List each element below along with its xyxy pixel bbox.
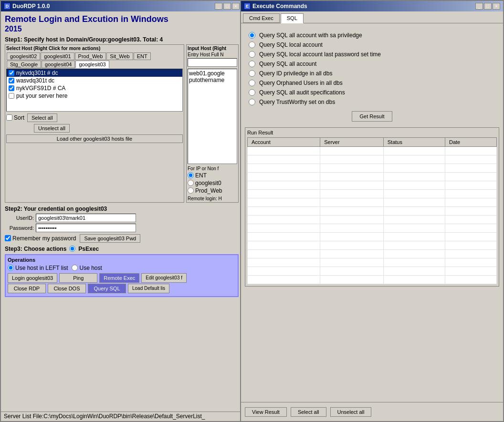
entry-host-input[interactable] xyxy=(188,58,237,67)
sort-checkbox-label[interactable]: Sort xyxy=(6,114,24,121)
radio-googlesit[interactable] xyxy=(188,180,194,186)
exec-unselect-all-button[interactable]: Unselect all xyxy=(330,407,372,417)
host-list[interactable]: nykvdq301t # dc wasvdq301t dc nykVGFS91D… xyxy=(6,69,183,112)
table-row xyxy=(248,198,497,207)
table-row xyxy=(248,267,497,276)
tab-sit-web[interactable]: Sit_Web xyxy=(106,52,133,60)
close-button[interactable]: × xyxy=(232,3,240,10)
entry-display: web01.google putothername xyxy=(188,69,237,164)
use-host-left-label[interactable]: Use host in LEFT list xyxy=(8,265,68,271)
sql-radio-1[interactable] xyxy=(249,32,255,39)
host-checkbox-3[interactable] xyxy=(9,85,14,91)
unselect-all-button[interactable]: Unselect all xyxy=(34,124,70,133)
host-checkbox-1[interactable] xyxy=(9,70,14,76)
tab-prod-web[interactable]: Prod_Web xyxy=(75,52,106,60)
radio-prodweb[interactable] xyxy=(188,187,194,194)
maximize-button[interactable]: □ xyxy=(223,3,231,10)
main-content: Remote Login and Excution in Windows 201… xyxy=(1,11,242,302)
sql-option-2: Query SQL local account xyxy=(249,41,495,48)
for-ip-label: For IP or Non f xyxy=(188,166,237,171)
host-checkbox-4[interactable] xyxy=(9,93,14,99)
tab-googlesit02[interactable]: googlesit02 xyxy=(7,52,40,60)
radio-ent-label: ENT xyxy=(195,172,207,179)
sql-option-8-label: Query TrustWorthy set on dbs xyxy=(259,99,335,105)
tab-googlesit03[interactable]: googlesit03 xyxy=(75,61,109,68)
sql-radio-5[interactable] xyxy=(249,70,255,77)
sort-checkbox[interactable] xyxy=(6,114,12,121)
sql-option-8: Query TrustWorthy set on dbs xyxy=(249,99,495,105)
remote-login-label: Remote login: H xyxy=(188,196,237,201)
result-body xyxy=(248,147,497,284)
use-host-left-radio[interactable] xyxy=(8,265,14,271)
radio-ent-row: ENT xyxy=(188,172,237,179)
select-all-button[interactable]: Select all xyxy=(27,113,57,122)
host-checkbox-2[interactable] xyxy=(9,78,14,83)
close-rdp-button[interactable]: Close RDP xyxy=(8,284,46,293)
sql-option-5: Query ID priviledge in all dbs xyxy=(249,70,495,77)
exec-close-button[interactable]: × xyxy=(493,3,500,10)
sort-label: Sort xyxy=(14,114,24,121)
table-row xyxy=(248,276,497,284)
sql-radio-8[interactable] xyxy=(249,99,255,105)
list-item[interactable]: wasvdq301t dc xyxy=(7,77,182,84)
tab-googlesit04[interactable]: googlesit04 xyxy=(42,61,75,68)
load-default-button[interactable]: Load Default lis xyxy=(128,284,169,293)
app-subtitle: 2015 xyxy=(5,25,239,33)
col-status: Status xyxy=(383,138,445,147)
sql-radio-4[interactable] xyxy=(249,61,255,67)
login-button[interactable]: Login googlesit03 xyxy=(8,273,57,283)
userid-label: UserID: xyxy=(5,215,36,221)
psexec-label: PsExec xyxy=(78,246,99,252)
remember-pwd-label[interactable]: Remember my password xyxy=(5,235,76,242)
status-bar: Server List File:C:\myDocs\LoginWin\DuoR… xyxy=(1,412,242,421)
load-other-button[interactable]: Load other googlesit03 hosts file xyxy=(6,134,183,143)
sql-radio-6[interactable] xyxy=(249,80,255,86)
exec-window-title: Execute Commands xyxy=(252,3,307,10)
tab-sql[interactable]: SQL xyxy=(281,13,304,23)
remember-pwd-text: Remember my password xyxy=(12,235,76,242)
tab-stg-google[interactable]: Stg_Google xyxy=(7,61,41,68)
use-host-right-label[interactable]: Use host xyxy=(72,265,102,271)
sql-radio-3[interactable] xyxy=(249,51,255,58)
radio-prodweb-label: Prod_Web xyxy=(195,187,222,194)
main-title-bar: D DuoRDP 1.0.0 _ □ × xyxy=(1,1,242,11)
sql-radio-2[interactable] xyxy=(249,41,255,48)
sql-option-4: Query SQL all account xyxy=(249,61,495,67)
remember-pwd-checkbox[interactable] xyxy=(5,235,11,241)
userid-input[interactable] xyxy=(36,214,136,222)
ping-button[interactable]: Ping xyxy=(59,273,97,283)
table-row xyxy=(248,164,497,173)
remote-exec-button[interactable]: Remote Exec xyxy=(99,273,139,283)
table-row xyxy=(248,207,497,216)
minimize-button[interactable]: _ xyxy=(215,3,222,10)
close-dos-button[interactable]: Close DOS xyxy=(48,284,86,293)
operations-title: Operations xyxy=(8,257,236,263)
sql-option-6: Query Orphaned Users in all dbs xyxy=(249,80,495,86)
get-result-button[interactable]: Get Result xyxy=(352,111,393,122)
exec-minimize-button[interactable]: _ xyxy=(475,3,483,10)
table-row xyxy=(248,190,497,198)
step3-label-text: Step3: Choose actions xyxy=(5,246,66,252)
list-item[interactable]: nykvdq301t # dc xyxy=(7,69,182,77)
sql-option-2-label: Query SQL local account xyxy=(259,41,323,48)
edit-button[interactable]: Edit googlesit03 f xyxy=(141,273,187,283)
tab-ent[interactable]: ENT xyxy=(134,52,151,60)
list-item[interactable]: nykVGFS91D # CA xyxy=(7,84,182,92)
tab-cmd-exec[interactable]: Cmd Exec xyxy=(243,13,280,23)
table-row xyxy=(248,173,497,181)
radio-ent[interactable] xyxy=(188,172,194,178)
query-sql-button[interactable]: Query SQL xyxy=(88,284,126,293)
col-server: Server xyxy=(320,138,384,147)
view-result-button[interactable]: View Result xyxy=(245,407,287,417)
tab-googlesit01[interactable]: googlesit01 xyxy=(41,52,74,60)
list-item[interactable]: put your server here xyxy=(7,92,182,100)
main-window-title: DuoRDP 1.0.0 xyxy=(12,3,50,10)
sql-radio-7[interactable] xyxy=(249,89,255,96)
password-input[interactable] xyxy=(36,224,136,232)
exec-select-all-button[interactable]: Select all xyxy=(291,407,326,417)
psexec-radio[interactable] xyxy=(69,246,75,252)
table-row xyxy=(248,147,497,155)
save-pwd-button[interactable]: Save googlesit03 Pwd xyxy=(80,234,140,243)
exec-maximize-button[interactable]: □ xyxy=(484,3,492,10)
use-host-right-radio[interactable] xyxy=(72,265,78,271)
